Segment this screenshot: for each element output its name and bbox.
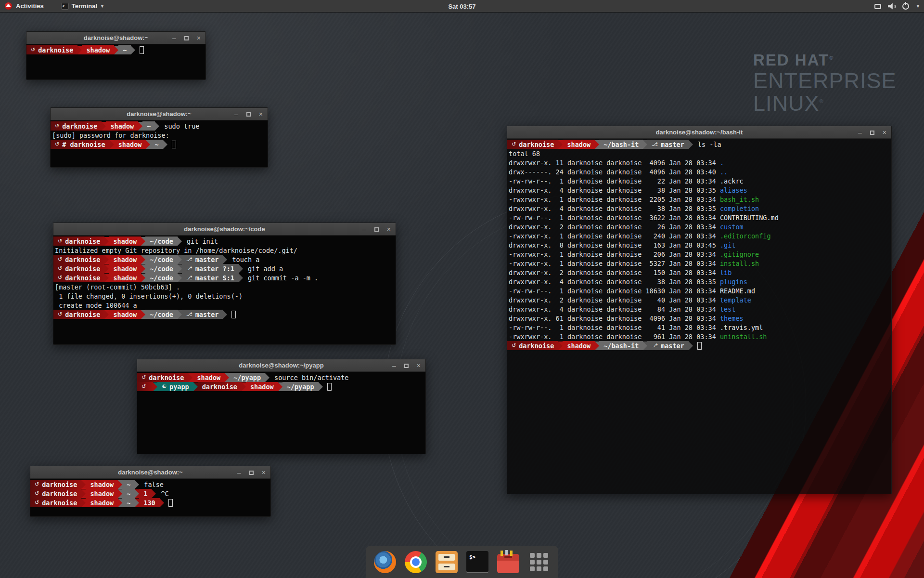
- terminal-cursor: [168, 499, 173, 507]
- title-bar[interactable]: darknoise@shadow:~ – ×: [51, 108, 268, 120]
- close-button[interactable]: ×: [417, 362, 421, 369]
- maximize-button[interactable]: [246, 112, 251, 117]
- close-button[interactable]: ×: [387, 226, 391, 233]
- powerline-arrow-icon: [178, 255, 182, 264]
- command-text: git add a: [248, 265, 283, 273]
- title-bar[interactable]: darknoise@shadow:~/pyapp – ×: [137, 359, 425, 372]
- prompt-segment-path: ~/pyapp: [282, 382, 319, 391]
- terminal-window-bash-it[interactable]: darknoise@shadow:~/bash-it – × ↺darknois…: [507, 126, 892, 494]
- terminal-window-code[interactable]: darknoise@shadow:~/code – × ↺darknoisesh…: [53, 223, 396, 345]
- powerline-arrow-icon: [265, 373, 270, 382]
- close-button[interactable]: ×: [197, 35, 201, 41]
- minimize-button[interactable]: –: [234, 111, 238, 118]
- terminal-line: ↺darknoiseshadow~/code⎇master ?:1git add…: [53, 264, 396, 273]
- terminal-line: ↺darknoiseshadow~sudo true: [51, 121, 268, 131]
- dock: [366, 546, 558, 578]
- ls-row-text: drwxrwxr-x. 2 darknoise darknoise 26 Jan…: [507, 223, 720, 231]
- ls-file-name: lib: [720, 269, 732, 276]
- terminal-content[interactable]: ↺darknoiseshadow~/codegit initInitialize…: [53, 236, 396, 344]
- dock-toolbox-icon[interactable]: [497, 554, 519, 573]
- maximize-button[interactable]: [404, 364, 409, 368]
- terminal-window-home-1[interactable]: darknoise@shadow:~ – × ↺darknoiseshadow~: [26, 31, 206, 80]
- terminal-line: ↺darknoiseshadow~/code⎇mastertouch a: [53, 255, 396, 264]
- ls-file-name: ..: [720, 168, 728, 176]
- powerline-arrow-icon: [141, 274, 145, 282]
- powerline-arrow-icon: [135, 489, 139, 498]
- ls-row-text: drwxrwxr-x. 8 darknoise darknoise 163 Ja…: [507, 241, 720, 249]
- terminal-cursor: [140, 46, 144, 54]
- terminal-content[interactable]: ↺darknoiseshadow~/pyappsource bin/activa…: [137, 372, 425, 454]
- terminal-content[interactable]: ↺darknoiseshadow~false↺darknoiseshadow~1…: [30, 479, 270, 516]
- dock-app-grid-icon[interactable]: [528, 551, 550, 573]
- branch-icon: ⎇: [186, 265, 192, 272]
- maximize-button[interactable]: [249, 471, 254, 475]
- app-menu-terminal[interactable]: > Terminal ▼: [57, 1, 108, 11]
- terminal-window-home-2[interactable]: darknoise@shadow:~ – × ↺darknoiseshadow~…: [30, 466, 271, 517]
- prompt-segment-host: shadow: [109, 255, 141, 264]
- terminal-line: drwxrwxr-x. 2 darknoise darknoise 26 Jan…: [507, 222, 891, 231]
- prompt-segment-path: ~: [118, 45, 131, 54]
- terminal-content[interactable]: ↺darknoiseshadow~: [26, 44, 205, 79]
- window-title: darknoise@shadow:~/bash-it: [507, 129, 891, 136]
- powerline-arrow-icon: [193, 382, 198, 391]
- terminal-line: ↺darknoiseshadow~/code⎇master S:1git com…: [53, 273, 396, 282]
- command-text: git commit -a -m .: [248, 274, 318, 282]
- powerline-arrow-icon: [689, 342, 693, 350]
- volume-icon[interactable]: [888, 3, 896, 10]
- maximize-button[interactable]: [870, 131, 874, 135]
- fedora-icon: ↺: [31, 47, 35, 53]
- redhat-logo-icon: [5, 2, 12, 10]
- close-button[interactable]: ×: [262, 469, 266, 476]
- title-bar[interactable]: darknoise@shadow:~ – ×: [30, 466, 270, 479]
- terminal-line: drwxrwxr-x. 61 darknoise darknoise 4096 …: [507, 314, 891, 323]
- terminal-window-sudo[interactable]: darknoise@shadow:~ – × ↺darknoiseshadow~…: [50, 107, 268, 168]
- powerline-arrow-icon: [114, 46, 118, 54]
- prompt-segment-user: darknoise: [198, 382, 242, 391]
- dock-files-icon[interactable]: [436, 551, 458, 573]
- system-menu-caret-icon[interactable]: ▼: [916, 4, 920, 9]
- prompt-segment-host: shadow: [109, 273, 141, 282]
- powerline-arrow-icon: [131, 46, 135, 54]
- screen-icon[interactable]: [874, 4, 881, 9]
- fedora-icon: ↺: [58, 275, 62, 281]
- title-bar[interactable]: darknoise@shadow:~/bash-it – ×: [507, 126, 891, 139]
- minimize-button[interactable]: –: [237, 469, 241, 476]
- dock-firefox-icon[interactable]: [374, 551, 396, 573]
- minimize-button[interactable]: –: [172, 35, 176, 41]
- dock-chrome-icon[interactable]: [405, 551, 427, 573]
- branch-icon: ⎇: [186, 256, 192, 263]
- prompt-segment-host: shadow: [86, 498, 118, 507]
- terminal-line: drwxrwxr-x. 4 darknoise darknoise 38 Jan…: [507, 277, 891, 286]
- minimize-button[interactable]: –: [362, 226, 366, 233]
- dock-terminal-icon[interactable]: [466, 551, 488, 573]
- terminal-content[interactable]: ↺darknoiseshadow~sudo true[sudo] passwor…: [51, 120, 268, 167]
- title-bar[interactable]: darknoise@shadow:~ – ×: [26, 32, 205, 44]
- maximize-button[interactable]: [184, 36, 189, 40]
- power-icon[interactable]: [902, 3, 909, 10]
- terminal-content[interactable]: ↺darknoiseshadow~/bash-it⎇masterls -lato…: [507, 139, 891, 494]
- clock[interactable]: Sat 03:57: [448, 0, 475, 13]
- prompt-segment-exit: 1: [139, 489, 152, 498]
- prompt-segment-exit: 130: [139, 498, 159, 507]
- powerline-arrow-icon: [223, 255, 227, 264]
- activities-button[interactable]: Activities: [16, 2, 44, 10]
- terminal-line: -rw-rw-r--. 1 darknoise darknoise 22 Jan…: [507, 176, 891, 185]
- close-button[interactable]: ×: [883, 129, 886, 136]
- prompt-segment-branch: ⎇master: [647, 140, 688, 149]
- minimize-button[interactable]: –: [392, 362, 396, 369]
- ls-file-name: test: [720, 305, 736, 313]
- title-bar[interactable]: darknoise@shadow:~/code – ×: [53, 223, 396, 236]
- terminal-window-pyapp[interactable]: darknoise@shadow:~/pyapp – × ↺darknoises…: [137, 359, 426, 454]
- prompt-segment-host: shadow: [109, 236, 141, 246]
- powerline-arrow-icon: [104, 274, 109, 282]
- command-text: sudo true: [164, 122, 199, 130]
- prompt-segment-path: ~: [122, 498, 135, 507]
- prompt-segment-user: ↺darknoise: [137, 373, 188, 382]
- fedora-icon: ↺: [35, 499, 39, 506]
- close-button[interactable]: ×: [259, 111, 263, 118]
- volume-wave-icon: [893, 4, 896, 9]
- minimize-button[interactable]: –: [858, 129, 862, 136]
- brand-line-3: LINUX®: [753, 92, 897, 115]
- maximize-button[interactable]: [374, 227, 379, 232]
- powerline-arrow-icon: [188, 373, 192, 382]
